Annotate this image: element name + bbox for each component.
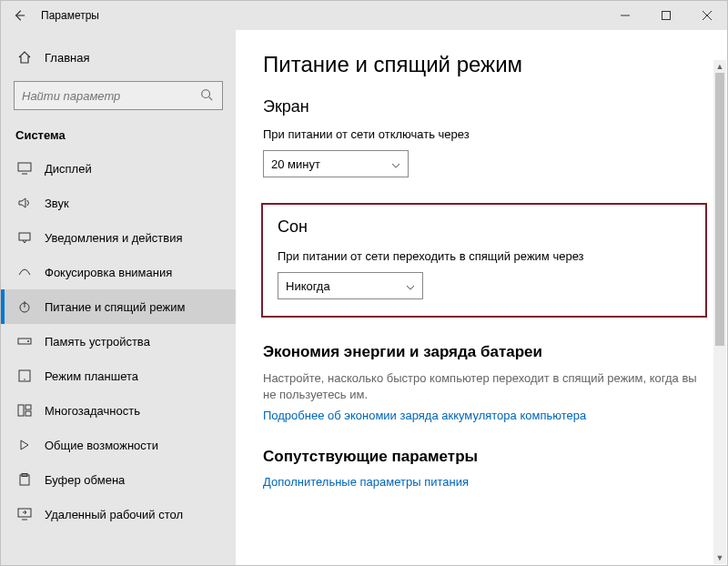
- sidebar-nav: Дисплей Звук Уведомления и действия Фоку…: [1, 151, 236, 565]
- svg-rect-0: [662, 12, 670, 20]
- sidebar-item-label: Память устройства: [45, 335, 150, 349]
- close-button[interactable]: [686, 1, 727, 30]
- multitask-icon: [17, 404, 32, 417]
- sidebar-item-label: Дисплей: [45, 162, 92, 176]
- close-icon: [703, 11, 712, 20]
- titlebar: Параметры: [1, 1, 727, 30]
- shared-icon: [17, 439, 32, 451]
- maximize-icon: [662, 11, 671, 20]
- body: Главная Система Дисплей Звук: [1, 30, 727, 565]
- sidebar-item-sound[interactable]: Звук: [1, 186, 236, 220]
- clipboard-icon: [17, 473, 32, 486]
- screen-section: Экран При питании от сети отключать чере…: [263, 97, 705, 177]
- sidebar-section-label: Система: [1, 123, 236, 151]
- sidebar-item-label: Общие возможности: [45, 439, 158, 452]
- search-box[interactable]: [14, 81, 223, 110]
- sound-icon: [17, 197, 32, 209]
- maximize-button[interactable]: [645, 1, 686, 30]
- home-label: Главная: [45, 51, 89, 65]
- home-icon: [17, 50, 32, 65]
- sidebar-item-tablet[interactable]: Режим планшета: [1, 359, 236, 393]
- svg-rect-10: [25, 405, 31, 409]
- sidebar-item-focus[interactable]: Фокусировка внимания: [1, 255, 236, 289]
- related-link[interactable]: Дополнительные параметры питания: [263, 475, 705, 489]
- scroll-up-icon[interactable]: ▲: [713, 60, 726, 73]
- svg-point-1: [202, 89, 210, 97]
- sleep-timeout-value: Никогда: [286, 279, 330, 293]
- battery-section: Экономия энергии и заряда батареи Настро…: [263, 343, 705, 422]
- sidebar-item-label: Режим планшета: [45, 369, 138, 383]
- sidebar-item-label: Буфер обмена: [45, 473, 125, 487]
- sidebar-item-label: Питание и спящий режим: [45, 300, 185, 314]
- sidebar: Главная Система Дисплей Звук: [1, 30, 236, 565]
- notifications-icon: [17, 231, 32, 244]
- sidebar-item-label: Фокусировка внимания: [45, 266, 172, 279]
- search-input[interactable]: [22, 89, 200, 103]
- window-title: Параметры: [37, 9, 99, 22]
- svg-rect-11: [25, 411, 31, 416]
- chevron-down-icon: [406, 279, 415, 293]
- sidebar-item-shared[interactable]: Общие возможности: [1, 428, 236, 462]
- chevron-down-icon: [391, 157, 400, 171]
- sidebar-item-multitask[interactable]: Многозадачность: [1, 393, 236, 428]
- sleep-timeout-select[interactable]: Никогда: [278, 272, 423, 299]
- screen-heading: Экран: [263, 97, 705, 116]
- sidebar-item-power[interactable]: Питание и спящий режим: [1, 289, 236, 324]
- sidebar-home[interactable]: Главная: [1, 41, 236, 74]
- svg-point-8: [24, 379, 25, 380]
- display-icon: [17, 162, 32, 175]
- sidebar-item-storage[interactable]: Память устройства: [1, 324, 236, 359]
- sleep-heading: Сон: [278, 217, 691, 237]
- sidebar-item-remote[interactable]: Удаленный рабочий стол: [1, 497, 236, 531]
- sidebar-item-clipboard[interactable]: Буфер обмена: [1, 462, 236, 497]
- svg-point-6: [27, 340, 29, 342]
- back-button[interactable]: [1, 1, 37, 30]
- battery-link[interactable]: Подробнее об экономии заряда аккумулятор…: [263, 409, 705, 422]
- related-section: Сопутствующие параметры Дополнительные п…: [263, 448, 705, 489]
- svg-rect-9: [18, 405, 24, 416]
- svg-rect-3: [19, 233, 30, 240]
- sidebar-item-display[interactable]: Дисплей: [1, 151, 236, 186]
- screen-label: При питании от сети отключать через: [263, 127, 705, 141]
- storage-icon: [17, 336, 32, 347]
- search-icon: [200, 88, 215, 104]
- remote-icon: [17, 508, 32, 521]
- sidebar-item-label: Многозадачность: [45, 404, 140, 418]
- main-content: Питание и спящий режим Экран При питании…: [236, 30, 727, 565]
- main-wrap: Питание и спящий режим Экран При питании…: [236, 30, 727, 565]
- minimize-icon: [621, 11, 630, 20]
- focus-icon: [17, 266, 32, 278]
- sleep-section-highlight: Сон При питании от сети переходить в спя…: [261, 203, 707, 318]
- power-icon: [17, 299, 32, 314]
- scrollbar-thumb[interactable]: [715, 73, 724, 346]
- battery-desc: Настройте, насколько быстро компьютер пе…: [263, 370, 705, 403]
- settings-window: Параметры Главная: [0, 0, 728, 566]
- page-title: Питание и спящий режим: [263, 52, 705, 77]
- battery-heading: Экономия энергии и заряда батареи: [263, 343, 705, 361]
- tablet-icon: [17, 369, 32, 382]
- related-heading: Сопутствующие параметры: [263, 448, 705, 466]
- sidebar-item-label: Уведомления и действия: [45, 231, 183, 245]
- scroll-down-icon[interactable]: ▼: [713, 551, 726, 564]
- scrollbar[interactable]: ▲ ▼: [713, 60, 726, 564]
- sidebar-item-notifications[interactable]: Уведомления и действия: [1, 220, 236, 255]
- svg-rect-2: [18, 163, 31, 171]
- sidebar-item-label: Звук: [45, 197, 69, 210]
- arrow-left-icon: [13, 9, 25, 22]
- screen-timeout-select[interactable]: 20 минут: [263, 150, 409, 177]
- screen-timeout-value: 20 минут: [271, 157, 320, 171]
- sidebar-item-label: Удаленный рабочий стол: [45, 508, 183, 521]
- minimize-button[interactable]: [604, 1, 645, 30]
- sleep-label: При питании от сети переходить в спящий …: [278, 249, 691, 263]
